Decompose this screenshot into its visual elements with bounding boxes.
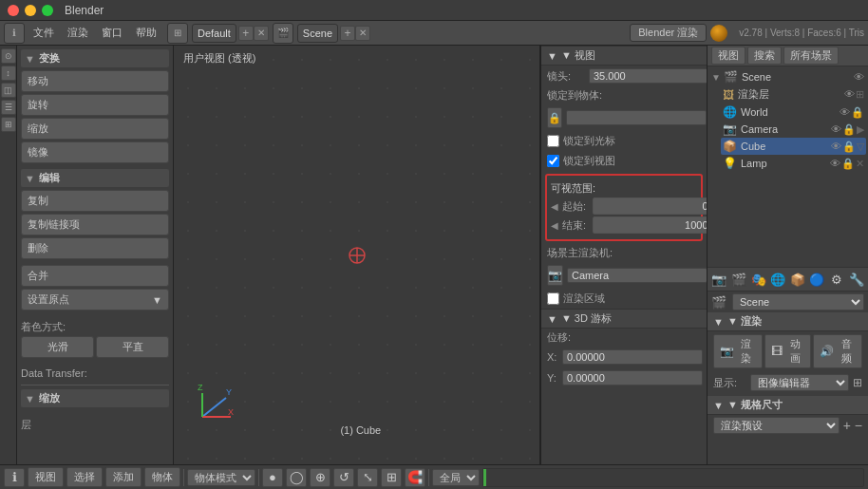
copy-button[interactable]: 复制 xyxy=(21,190,169,212)
props-scene-select[interactable]: Scene xyxy=(732,293,864,310)
menu-help[interactable]: 帮助 xyxy=(129,24,163,42)
strip-icon-3[interactable]: ◫ xyxy=(1,83,16,98)
rotate-button[interactable]: 旋转 xyxy=(21,94,169,116)
render-preset-select[interactable]: 渲染预设 xyxy=(713,417,840,434)
merge-button[interactable]: 合并 xyxy=(21,265,169,287)
camera-render-icon[interactable]: ▶ xyxy=(857,123,864,136)
tree-item-renderlayer[interactable]: 🖼 渲染层 👁 ⊞ xyxy=(721,85,866,103)
tree-item-cube[interactable]: 📦 Cube 👁 🔒 ▽ xyxy=(721,138,866,155)
snap-icon[interactable]: 🧲 xyxy=(405,468,425,487)
mode-select[interactable]: 物体模式 xyxy=(187,469,255,486)
lamp-vis-icon[interactable]: 👁 xyxy=(830,158,840,170)
lock-view-row: 锁定到视图 xyxy=(541,151,707,171)
lock-cursor-row: 锁定到光标 xyxy=(541,131,707,151)
transform-icon-2[interactable]: ↺ xyxy=(333,468,354,487)
end-input[interactable] xyxy=(593,216,707,234)
rp-world-icon[interactable]: 🌐 xyxy=(769,271,786,288)
lens-input[interactable] xyxy=(589,68,707,84)
tree-item-scene[interactable]: ▼ 🎬 Scene 👁 xyxy=(709,68,866,85)
rp-physics-icon[interactable]: 🔧 xyxy=(848,271,865,288)
world-vis-icon[interactable]: 👁 xyxy=(840,106,850,119)
cube-vis-icon[interactable]: 👁 xyxy=(831,141,841,153)
lock-obj-icon[interactable]: 🔒 xyxy=(547,107,562,128)
render-tab-anim[interactable]: 🎞 动画 xyxy=(764,334,811,368)
svg-text:Y: Y xyxy=(226,387,232,397)
manipulator-icon[interactable]: ⊞ xyxy=(381,468,402,487)
add-scene-button[interactable]: + xyxy=(340,26,355,41)
outliner-view-tab[interactable]: 视图 xyxy=(711,47,745,65)
menu-render[interactable]: 渲染 xyxy=(61,24,95,42)
rp-material-icon[interactable]: 🔵 xyxy=(808,271,825,288)
minimize-button[interactable] xyxy=(25,5,36,16)
timeline-area[interactable] xyxy=(482,468,864,487)
strip-icon-1[interactable]: ⊙ xyxy=(1,48,16,64)
start-input[interactable] xyxy=(593,197,707,215)
display-expand-icon[interactable]: ⊞ xyxy=(853,376,862,389)
transform-icon-3[interactable]: ⤡ xyxy=(357,468,378,487)
flat-button[interactable]: 平直 xyxy=(96,336,169,358)
camera-name-input[interactable] xyxy=(567,268,707,283)
add-button[interactable]: 添加 xyxy=(105,467,142,487)
lock-view-checkbox[interactable] xyxy=(547,155,559,167)
strip-icon-5[interactable]: ⊞ xyxy=(1,117,16,132)
x-input[interactable] xyxy=(562,349,703,365)
wire-btn[interactable]: ◯ xyxy=(286,468,307,487)
scale-button[interactable]: 缩放 xyxy=(21,118,169,140)
object-button[interactable]: 物体 xyxy=(144,467,180,487)
renderlayer-extra-icon[interactable]: ⊞ xyxy=(856,88,864,101)
strip-icon-4[interactable]: ☰ xyxy=(1,100,16,115)
menu-window[interactable]: 窗口 xyxy=(95,24,129,42)
viewport-3d[interactable]: 用户视图 (透视) X Z Y (1) Cube xyxy=(174,46,540,464)
outliner-search-tab[interactable]: 搜索 xyxy=(747,47,782,65)
scene-label: Scene xyxy=(303,28,332,39)
engine-label[interactable]: Blender 渲染 xyxy=(630,24,707,42)
smooth-button[interactable]: 光滑 xyxy=(21,336,94,358)
info-bottom-icon[interactable]: ℹ xyxy=(4,468,25,487)
layout-icon[interactable]: ⊞ xyxy=(167,23,188,44)
tree-item-camera[interactable]: 📷 Camera 👁 🔒 ▶ xyxy=(721,121,866,138)
close-button[interactable] xyxy=(8,5,19,16)
render-tab-audio[interactable]: 🔊 音频 xyxy=(813,334,862,368)
tree-item-world[interactable]: 🌐 World 👁 🔒 xyxy=(721,103,866,121)
camera-vis-icon[interactable]: 👁 xyxy=(831,123,841,136)
solid-shading-btn[interactable]: ● xyxy=(262,468,283,487)
layout-selector[interactable]: Default xyxy=(192,24,236,43)
camera-icon[interactable]: 📷 xyxy=(547,265,563,286)
move-button[interactable]: 移动 xyxy=(21,70,169,92)
renderlayer-vis-icon[interactable]: 👁 xyxy=(844,88,855,101)
close-layout-button[interactable]: ✕ xyxy=(254,26,269,41)
y-input[interactable] xyxy=(562,370,703,386)
select-button[interactable]: 选择 xyxy=(66,467,103,487)
menu-file[interactable]: 文件 xyxy=(27,24,61,42)
rp-particle-icon[interactable]: ⚙ xyxy=(828,271,845,288)
scene-vis-icon[interactable]: 👁 xyxy=(854,71,864,83)
lens-label: 镜头: xyxy=(547,69,585,84)
rp-camera-icon[interactable]: 📷 xyxy=(710,271,727,288)
rp-render-icon[interactable]: 🎬 xyxy=(730,271,747,288)
tree-item-lamp[interactable]: 💡 Lamp 👁 🔒 ✕ xyxy=(721,155,866,172)
rp-obj-icon[interactable]: 📦 xyxy=(789,271,806,288)
close-scene-button[interactable]: ✕ xyxy=(355,26,370,41)
add-layout-button[interactable]: + xyxy=(238,26,254,41)
mirror-button[interactable]: 镜像 xyxy=(21,141,169,163)
copy-linked-button[interactable]: 复制链接项 xyxy=(21,214,169,235)
scene-icon-btn[interactable]: 🎬 xyxy=(273,23,293,44)
display-select[interactable]: 图像编辑器 xyxy=(750,374,849,391)
transform-icon-1[interactable]: ⊕ xyxy=(310,468,330,487)
info-icon[interactable]: ℹ xyxy=(4,23,25,44)
render-tab-render[interactable]: 📷 渲染 xyxy=(713,334,763,368)
view-button[interactable]: 视图 xyxy=(28,467,64,487)
lock-obj-input[interactable] xyxy=(566,110,707,125)
outliner-filter[interactable]: 所有场景 xyxy=(783,47,839,65)
remove-preset-icon[interactable]: − xyxy=(855,418,862,433)
delete-button[interactable]: 删除 xyxy=(21,237,169,259)
render-region-checkbox[interactable] xyxy=(547,292,559,305)
add-preset-icon[interactable]: + xyxy=(843,418,851,433)
set-origin-button[interactable]: 设置原点 ▼ xyxy=(21,289,169,310)
global-select[interactable]: 全局 xyxy=(432,469,480,486)
maximize-button[interactable] xyxy=(42,5,53,16)
rp-scene-icon[interactable]: 🎭 xyxy=(750,271,767,288)
strip-icon-2[interactable]: ↕ xyxy=(1,66,16,81)
scene-selector[interactable]: Scene xyxy=(297,24,338,43)
lock-cursor-checkbox[interactable] xyxy=(547,135,559,147)
